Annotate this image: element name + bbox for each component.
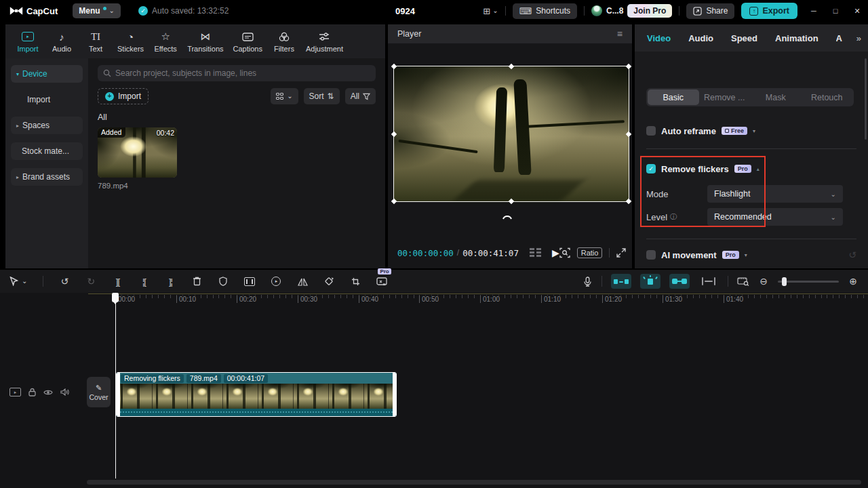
subtab-retouch[interactable]: Retouch <box>802 89 853 105</box>
delete-left-button[interactable]: ¦[ <box>138 277 149 287</box>
timeline-horizontal-scrollbar[interactable] <box>87 480 861 485</box>
reset-icon[interactable]: ↺ <box>848 249 856 260</box>
mute-track-icon[interactable] <box>60 388 69 396</box>
ai-movement-checkbox[interactable] <box>646 250 656 260</box>
clip-trim-handle-left[interactable] <box>117 373 120 416</box>
shortcuts-button[interactable]: ⌨ Shortcuts <box>513 3 577 19</box>
select-tool-button[interactable]: ⌄ <box>9 277 27 286</box>
join-pro-button[interactable]: Join Pro <box>627 4 672 18</box>
tab-effects[interactable]: ☆ Effects <box>149 24 182 58</box>
share-button[interactable]: Share <box>686 3 734 19</box>
link-clips-toggle[interactable] <box>669 274 690 289</box>
redo-button[interactable]: ↻ <box>85 276 96 287</box>
zoom-in-button[interactable]: ⊕ <box>848 276 859 287</box>
sidebar-item-spaces[interactable]: ▸ Spaces <box>11 117 83 134</box>
mask-tool-button[interactable] <box>218 277 229 286</box>
timeline-zoom-fit-icon[interactable] <box>737 277 749 286</box>
fullscreen-icon[interactable] <box>616 248 626 258</box>
preview-quality-icon[interactable] <box>559 247 570 258</box>
sidebar-item-import[interactable]: Import <box>11 91 83 108</box>
delete-right-button[interactable]: ]¦ <box>165 277 176 287</box>
more-tabs-icon[interactable]: » <box>856 33 861 43</box>
maximize-button[interactable]: □ <box>825 7 846 15</box>
split-button[interactable]: ][ <box>112 277 123 287</box>
lock-track-icon[interactable] <box>28 388 36 396</box>
snapping-toggle[interactable] <box>640 274 660 289</box>
sort-button[interactable]: Sort ⇅ <box>304 88 340 104</box>
close-button[interactable]: ✕ <box>846 7 868 16</box>
tab-speed[interactable]: Speed <box>731 33 757 43</box>
zoom-out-button[interactable]: ⊖ <box>758 276 769 287</box>
timeline-zoom-slider[interactable] <box>778 281 839 283</box>
mode-dropdown[interactable]: Flashlight ⌄ <box>707 185 843 203</box>
ratio-button[interactable]: Ratio <box>577 247 603 258</box>
subtab-remove[interactable]: Remove ... <box>699 89 751 105</box>
menu-notification-dot <box>103 7 106 10</box>
player-menu-icon[interactable]: ≡ <box>617 28 623 39</box>
sidebar-item-brand-assets[interactable]: ▸ Brand assets <box>11 168 83 186</box>
tab-stickers[interactable]: ◔ Stickers <box>113 24 149 58</box>
rotate-handle-icon[interactable] <box>502 212 513 220</box>
ruler-label: 01:10 <box>541 296 561 303</box>
account-group[interactable]: C...8 Join Pro <box>591 4 672 18</box>
tab-truncated[interactable]: A <box>836 33 844 43</box>
frame-view-icon[interactable] <box>530 248 541 258</box>
tab-text[interactable]: TI Text <box>79 24 113 58</box>
tab-animation[interactable]: Animation <box>775 33 818 43</box>
remove-flickers-checkbox[interactable]: ✓ <box>646 164 656 174</box>
mirror-button[interactable] <box>297 277 308 286</box>
minimize-button[interactable]: ─ <box>803 7 825 15</box>
avatar[interactable] <box>591 5 602 16</box>
video-clip[interactable]: Removing flickers 789.mp4 00:00:41:07 <box>116 372 397 417</box>
selection-frame[interactable] <box>393 66 629 202</box>
expand-icon[interactable]: ▾ <box>753 128 755 134</box>
search-input[interactable] <box>115 68 370 78</box>
tab-audio-settings[interactable]: Audio <box>688 33 713 43</box>
video-preview[interactable] <box>393 66 629 202</box>
tab-adjustment[interactable]: Adjustment <box>301 24 348 58</box>
tab-video[interactable]: Video <box>647 33 671 43</box>
expand-icon[interactable]: ▾ <box>745 252 747 258</box>
slider-knob[interactable] <box>782 277 787 286</box>
hide-track-icon[interactable] <box>43 389 53 396</box>
clip-trim-handle-right[interactable] <box>393 373 396 416</box>
layout-button[interactable]: ⊞ ⌄ <box>483 6 498 16</box>
level-dropdown[interactable]: Recommended ⌄ <box>707 208 843 226</box>
menu-button[interactable]: Menu ⌄ <box>73 3 121 18</box>
import-media-button[interactable]: + Import <box>98 88 149 104</box>
play-button[interactable]: ▶ <box>552 247 559 258</box>
auto-ripple-toggle[interactable] <box>611 274 631 289</box>
search-bar[interactable] <box>98 65 376 81</box>
subtab-basic[interactable]: Basic <box>648 89 699 105</box>
undo-button[interactable]: ↺ <box>59 276 70 287</box>
export-button[interactable]: ↑ Export <box>741 3 797 19</box>
crop-button[interactable] <box>350 277 361 286</box>
delete-button[interactable] <box>191 277 202 286</box>
clip-status-badge: Removing flickers <box>121 374 184 383</box>
record-voiceover-button[interactable] <box>582 277 593 287</box>
tab-transitions[interactable]: ⋈ Transitions <box>182 24 228 58</box>
filter-button[interactable]: All <box>345 88 376 104</box>
sidebar-item-stock-materials[interactable]: Stock mate... <box>11 142 83 160</box>
subtab-mask[interactable]: Mask <box>750 89 802 105</box>
media-content: + Import ⌄ Sort ⇅ All <box>88 58 385 268</box>
preview-axis-toggle[interactable] <box>698 274 719 289</box>
inspector-scrollbar[interactable] <box>865 58 867 140</box>
smart-cut-button[interactable]: Pro <box>376 277 387 286</box>
cover-button[interactable]: ✎ Cover <box>87 377 111 407</box>
export-icon: ↑ <box>749 7 758 16</box>
clip-filmstrip <box>117 384 396 409</box>
overlay-button[interactable] <box>244 277 255 286</box>
collapse-icon[interactable]: ▴ <box>757 166 760 172</box>
view-mode-button[interactable]: ⌄ <box>271 88 298 104</box>
rotate-button[interactable] <box>323 277 334 286</box>
tab-filters[interactable]: Filters <box>267 24 301 58</box>
tab-captions[interactable]: Captions <box>229 24 267 58</box>
tab-audio[interactable]: ♪ Audio <box>45 24 79 58</box>
timeline-area[interactable]: 00:00 00:10 00:20 00:30 00:40 00:50 01:0… <box>0 293 868 488</box>
speed-button[interactable]: ▸ <box>271 277 281 286</box>
sidebar-item-device[interactable]: ▾ Device <box>11 65 83 83</box>
auto-reframe-checkbox[interactable] <box>646 126 656 136</box>
media-item-789[interactable]: Added 00:42 <box>98 127 177 178</box>
tab-import[interactable]: ▸ Import <box>11 24 45 58</box>
